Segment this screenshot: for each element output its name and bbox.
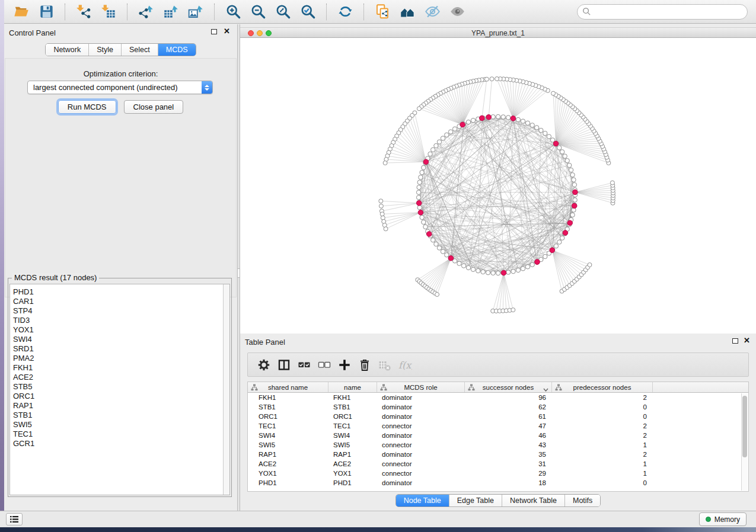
column-header-successor-nodes[interactable]: successor nodes [465,382,552,392]
mcds-result-node[interactable]: CAR1 [10,297,229,306]
close-panel-button[interactable]: Close panel [124,100,184,114]
table-row[interactable]: SWI5SWI5connector431 [248,440,748,450]
mcds-result-node[interactable]: TEC1 [10,430,229,439]
show-all-icon[interactable] [448,2,467,21]
tab-style[interactable]: Style [88,44,121,56]
mcds-result-node[interactable]: ORC1 [10,392,229,401]
mcds-result-node[interactable]: STP4 [10,306,229,316]
mcds-result-node[interactable]: PHD1 [10,287,229,297]
zoom-in-icon[interactable] [224,2,243,21]
float-table-panel-icon[interactable] [732,338,738,344]
mcds-result-node[interactable]: TID3 [10,316,229,325]
show-panels-button[interactable] [6,513,23,525]
mcds-result-groupbox: MCDS result (17 nodes) PHD1CAR1STP4TID3Y… [8,278,232,497]
table-row[interactable]: SWI4SWI4dominator462 [248,431,748,440]
import-table-icon[interactable] [99,2,118,21]
table-cell: 0 [552,412,653,421]
column-label: predecessor nodes [573,384,631,391]
new-network-from-selection-icon[interactable] [373,2,392,21]
memory-status-icon [706,517,711,522]
table-cell: 2 [552,450,653,459]
mcds-result-scrollbar[interactable] [223,284,229,495]
table-cell: 1 [552,459,653,469]
table-scrollbar-thumb[interactable] [742,396,747,457]
network-canvas[interactable] [240,38,756,334]
table-row[interactable]: FKH1FKH1dominator962 [248,393,748,402]
table-cell: 43 [465,440,552,450]
memory-button[interactable]: Memory [699,512,747,526]
column-header-MCDS-role[interactable]: MCDS role [377,382,465,392]
export-table-icon[interactable] [161,2,180,21]
table-cell: dominator [377,402,465,412]
desktop-wallpaper-bottom [0,527,756,532]
tab-select[interactable]: Select [121,44,158,56]
table-row[interactable]: YOX1YOX1connector291 [248,469,748,478]
mcds-result-node[interactable]: YOX1 [10,325,229,335]
table-cell: ACE2 [248,459,328,469]
table-cell: 61 [465,412,552,421]
add-icon[interactable] [334,355,355,374]
run-mcds-button[interactable]: Run MCDS [58,100,116,114]
table-row[interactable]: STB1STB1dominator620 [248,402,748,412]
tab-edge-table[interactable]: Edge Table [449,495,502,507]
column-header-predecessor-nodes[interactable]: predecessor nodes [552,382,653,392]
mcds-result-node[interactable]: GCR1 [10,439,229,448]
tab-node-table[interactable]: Node Table [396,495,449,507]
table-row[interactable]: ORC1ORC1dominator610 [248,412,748,421]
zoom-selected-icon[interactable] [298,2,317,21]
zoom-out-icon[interactable] [248,2,267,21]
hide-selected-icon[interactable] [423,2,442,21]
optimization-criterion-label: Optimization criterion: [5,69,236,78]
mcds-result-node[interactable]: FKH1 [10,363,229,373]
refresh-icon[interactable] [336,2,355,21]
control-panel-tabs: NetworkStyleSelectMCDS [4,43,237,56]
table-row[interactable]: RAP1RAP1dominator352 [248,450,748,459]
network-graph [240,38,756,334]
mcds-result-node[interactable]: RAP1 [10,401,229,411]
deselect-all-icon[interactable] [314,355,334,374]
mcds-result-node[interactable]: STB5 [10,382,229,392]
column-header-shared-name[interactable]: shared name [248,382,328,392]
delete-icon[interactable] [355,355,375,374]
table-scrollbar[interactable] [741,393,748,491]
mcds-result-node[interactable]: SWI4 [10,335,229,344]
mcds-result-node[interactable]: SWI5 [10,420,229,430]
network-window-title: YPA_prune.txt_1 [240,29,756,37]
search-input[interactable] [577,4,748,20]
gear-icon[interactable] [254,355,274,374]
save-session-icon[interactable] [37,2,56,21]
tab-network[interactable]: Network [46,44,88,56]
close-panel-icon[interactable]: ✕ [224,27,230,36]
export-network-icon[interactable] [136,2,155,21]
mcds-result-node[interactable]: PMA2 [10,354,229,363]
tab-motifs[interactable]: Motifs [564,495,600,507]
close-table-panel-icon[interactable]: ✕ [744,336,750,345]
export-image-icon[interactable] [186,2,205,21]
table-row[interactable]: ACE2ACE2connector311 [248,459,748,469]
open-file-icon[interactable] [12,2,31,21]
import-network-icon[interactable] [74,2,93,21]
control-panel-titlebar: Control Panel ✕ [4,24,237,40]
tab-mcds[interactable]: MCDS [158,44,196,56]
first-neighbors-icon[interactable] [398,2,417,21]
optimization-criterion-select[interactable]: largest connected component (undirected) [27,81,213,94]
show-column-icon[interactable] [274,355,294,374]
sort-desc-icon [543,386,548,393]
dropdown-stepper-icon [202,81,212,94]
table-cell: 1 [552,440,653,450]
table-row[interactable]: PHD1PHD1dominator180 [248,478,748,488]
float-panel-icon[interactable] [211,29,217,34]
column-header-name[interactable]: name [328,382,377,392]
mcds-result-node[interactable]: ACE2 [10,373,229,382]
table-cell: 62 [465,402,552,412]
table-cell: 2 [552,421,653,431]
zoom-fit-icon[interactable] [273,2,292,21]
table-row[interactable]: TEC1TEC1connector472 [248,421,748,431]
mcds-result-node[interactable]: SRD1 [10,344,229,354]
table-cell: STB1 [328,402,377,412]
mcds-panel: Optimization criterion: largest connecte… [5,58,237,297]
tab-network-table[interactable]: Network Table [502,495,564,507]
table-cell: 35 [465,450,552,459]
select-all-icon[interactable] [294,355,314,374]
mcds-result-node[interactable]: STB1 [10,411,229,420]
